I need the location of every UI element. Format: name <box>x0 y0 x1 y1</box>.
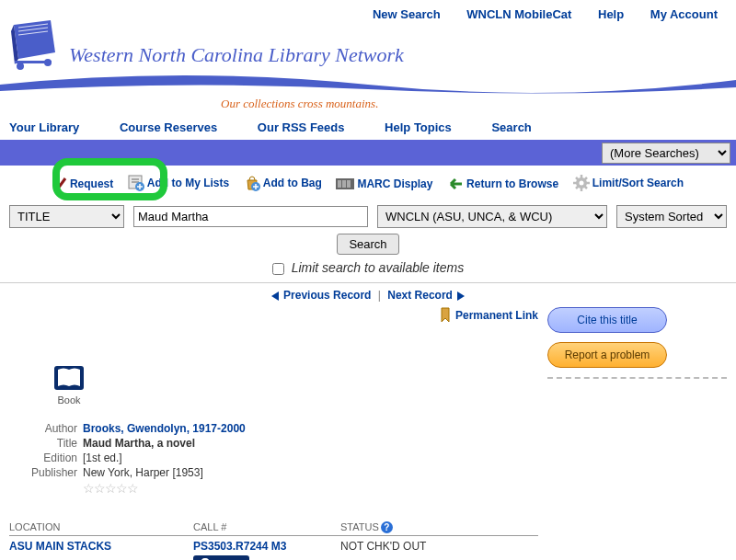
new-search-link[interactable]: New Search <box>373 7 441 21</box>
holdings-call-header: CALL # <box>193 521 340 533</box>
report-problem-button[interactable]: Report a problem <box>547 342 667 368</box>
holdings-location-header: LOCATION <box>9 521 193 533</box>
limit-available-checkbox[interactable] <box>272 263 284 275</box>
status-help-icon[interactable]: ? <box>381 521 393 533</box>
marc-display-button[interactable]: MARC Display <box>336 177 432 191</box>
rating-stars[interactable]: ☆☆☆☆☆ <box>83 481 538 496</box>
svg-point-13 <box>579 181 583 186</box>
return-browse-button[interactable]: Return to Browse <box>447 177 558 191</box>
edition-value: [1st ed.] <box>83 451 122 464</box>
mobilecat-link[interactable]: WNCLN MobileCat <box>466 7 571 21</box>
next-record-link[interactable]: Next Record <box>387 289 453 302</box>
author-link[interactable]: Brooks, Gwendolyn, 1917-2000 <box>83 422 246 435</box>
nav-course-reserves[interactable]: Course Reserves <box>120 120 217 134</box>
search-field-select[interactable]: TITLE <box>9 205 124 228</box>
gear-icon <box>573 175 590 191</box>
nav-help-topics[interactable]: Help Topics <box>385 120 452 134</box>
holdings-status-header: STATUS? <box>340 521 488 533</box>
svg-line-19 <box>584 186 587 189</box>
my-account-link[interactable]: My Account <box>650 7 718 21</box>
add-to-lists-button[interactable]: Add to My Lists <box>128 175 229 191</box>
svg-line-20 <box>576 186 579 189</box>
svg-point-0 <box>17 63 24 70</box>
svg-rect-10 <box>342 180 346 188</box>
title-label: Title <box>9 437 83 450</box>
holdings-status-value: NOT CHK'D OUT <box>340 540 488 560</box>
publisher-label: Publisher <box>9 466 83 479</box>
swoosh-decoration <box>0 71 736 98</box>
edition-label: Edition <box>9 451 83 464</box>
back-arrow-icon <box>447 177 464 191</box>
nav-search[interactable]: Search <box>491 120 531 134</box>
more-searches-select[interactable]: (More Searches) <box>602 143 730 164</box>
svg-rect-2 <box>15 61 52 63</box>
search-sort-select[interactable]: System Sorted <box>616 205 727 228</box>
add-to-bag-button[interactable]: Add to Bag <box>244 175 322 191</box>
search-button[interactable]: Search <box>337 234 398 255</box>
search-scope-select[interactable]: WNCLN (ASU, UNCA, & WCU) <box>377 205 607 228</box>
site-title: Western North Carolina Library Network <box>69 43 404 67</box>
bag-add-icon <box>244 175 260 191</box>
nav-your-library[interactable]: Your Library <box>9 120 79 134</box>
permanent-link[interactable]: Permanent Link <box>455 309 538 322</box>
request-button[interactable]: Request <box>52 177 113 191</box>
side-divider <box>547 377 727 379</box>
previous-record-link[interactable]: Previous Record <box>283 289 371 302</box>
help-link[interactable]: Help <box>598 7 624 21</box>
svg-line-18 <box>576 177 579 180</box>
holdings-call-link[interactable]: PS3503.R7244 M3 <box>193 540 286 553</box>
item-type-label: Book <box>46 394 92 406</box>
search-input[interactable] <box>133 206 368 227</box>
limit-sort-button[interactable]: Limit/Sort Search <box>573 175 684 191</box>
limit-available-label: Limit search to available items <box>292 260 465 275</box>
publisher-value: New York, Harper [1953] <box>83 466 203 479</box>
list-add-icon <box>128 175 144 191</box>
checkmark-icon <box>52 177 67 191</box>
author-label: Author <box>9 422 83 435</box>
nav-rss-feeds[interactable]: Our RSS Feeds <box>258 120 345 134</box>
svg-rect-11 <box>347 180 351 188</box>
arrow-left-icon <box>271 291 279 301</box>
title-value: Maud Martha, a novel <box>83 437 195 450</box>
svg-line-21 <box>584 177 587 180</box>
cite-title-button[interactable]: Cite this title <box>547 307 667 333</box>
map-it-button[interactable]: Map it <box>193 555 249 560</box>
holdings-location-value: ASU MAIN STACKS <box>9 540 193 560</box>
bookmark-icon <box>439 307 452 324</box>
marc-icon <box>336 177 354 191</box>
book-icon <box>52 364 86 392</box>
logo-icon <box>9 20 64 71</box>
tagline: Our collections cross mountains. <box>221 97 378 111</box>
svg-rect-9 <box>338 180 341 188</box>
arrow-right-icon <box>457 291 465 301</box>
